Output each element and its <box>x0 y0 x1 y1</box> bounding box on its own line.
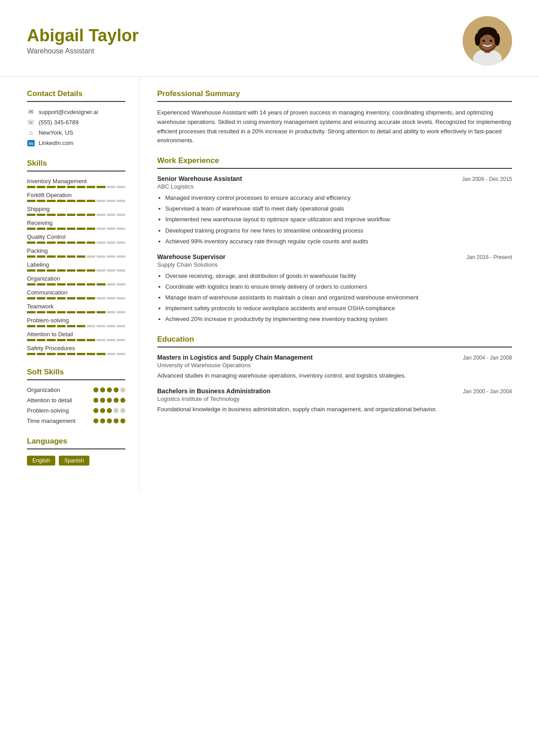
soft-skill-item: Problem-solving <box>27 407 125 414</box>
skill-segment <box>77 228 85 230</box>
skill-segment <box>27 269 35 272</box>
skill-segment <box>107 269 115 272</box>
skill-segment <box>27 228 35 230</box>
summary-title: Professional Summary <box>157 89 512 98</box>
skill-segment <box>27 325 35 327</box>
candidate-title: Warehouse Assistant <box>27 47 138 55</box>
skill-segment <box>77 311 85 313</box>
skill-segment <box>107 242 115 244</box>
skill-segment <box>107 214 115 216</box>
skill-segment <box>77 186 85 188</box>
experience-section: Work Experience Senior Warehouse Assista… <box>157 156 512 324</box>
skill-segment <box>77 339 85 341</box>
contact-section-title: Contact Details <box>27 89 125 98</box>
skill-segment <box>97 353 105 355</box>
skill-segment <box>97 325 105 327</box>
job-bullets: Managed inventory control processes to e… <box>157 193 512 246</box>
skill-bar <box>27 297 125 299</box>
skill-segment <box>57 186 66 188</box>
svg-point-6 <box>495 33 500 46</box>
skill-bar <box>27 186 125 188</box>
soft-skill-dot <box>100 408 105 413</box>
soft-skill-item: Attention to detail <box>27 397 125 404</box>
skill-segment <box>77 353 85 355</box>
skill-item: Communication <box>27 289 125 299</box>
education-divider <box>157 347 512 347</box>
skill-segment <box>37 353 45 355</box>
skill-segment <box>57 242 66 244</box>
skill-segment <box>87 311 95 313</box>
skill-segment <box>117 339 125 341</box>
skill-segment <box>117 353 125 355</box>
skill-bar <box>27 311 125 313</box>
edu-description: Foundational knowledge in business admin… <box>157 405 512 414</box>
skill-item: Problem-solving <box>27 317 125 327</box>
skill-segment <box>57 311 66 313</box>
skill-segment <box>57 200 66 202</box>
soft-skill-name: Problem-solving <box>27 407 93 414</box>
edu-degree: Bachelors in Business Administration <box>157 387 270 395</box>
skill-segment <box>67 186 75 188</box>
skill-segment <box>47 311 55 313</box>
skill-bar <box>27 242 125 244</box>
skill-segment <box>77 283 85 286</box>
skill-segment <box>77 200 85 202</box>
skill-segment <box>107 339 115 341</box>
summary-text: Experienced Warehouse Assistant with 14 … <box>157 108 512 145</box>
skill-segment <box>77 325 85 327</box>
skill-name: Shipping <box>27 206 125 212</box>
skill-segment <box>37 311 45 313</box>
skill-segment <box>97 186 105 188</box>
skill-segment <box>117 255 125 258</box>
skill-segment <box>107 228 115 230</box>
avatar <box>463 16 512 66</box>
experience-divider <box>157 168 512 169</box>
soft-skill-dot <box>107 408 112 413</box>
job-bullet: Achieved 99% inventory accuracy rate thr… <box>165 237 512 246</box>
skill-segment <box>47 269 55 272</box>
skill-segment <box>37 325 45 327</box>
contact-text: NewYork, US <box>39 129 73 136</box>
education-list: Masters in Logistics and Supply Chain Ma… <box>157 354 512 414</box>
soft-skill-dot <box>120 387 125 392</box>
edu-school: University of Warehouse Operations <box>157 362 512 369</box>
skill-name: Quality Control <box>27 233 125 240</box>
skill-segment <box>27 353 35 355</box>
skill-segment <box>117 311 125 313</box>
skill-segment <box>47 200 55 202</box>
skill-item: Inventory Management <box>27 178 125 188</box>
skill-segment <box>87 283 95 286</box>
skill-bar <box>27 214 125 216</box>
skills-list: Inventory ManagementForklift OperationSh… <box>27 178 125 355</box>
skill-segment <box>57 283 66 286</box>
soft-skill-dot <box>93 418 98 423</box>
header-name-block: Abigail Taylor Warehouse Assistant <box>27 26 138 55</box>
soft-skill-dot <box>120 398 125 403</box>
skill-segment <box>87 255 95 258</box>
skill-segment <box>37 339 45 341</box>
skill-name: Organization <box>27 275 125 282</box>
skill-name: Communication <box>27 289 125 296</box>
skill-segment <box>107 283 115 286</box>
jobs-list: Senior Warehouse AssistantJan 2008 - Dec… <box>157 175 512 324</box>
skill-segment <box>47 255 55 258</box>
job-entry: Warehouse SupervisorJan 2016 - PresentSu… <box>157 253 512 324</box>
skill-segment <box>67 325 75 327</box>
contact-text: LinkedIn.com <box>39 140 73 146</box>
soft-skill-dot <box>100 418 105 423</box>
skill-segment <box>87 214 95 216</box>
resume-header: Abigail Taylor Warehouse Assistant <box>0 0 539 77</box>
edu-dates: Jan 2004 - Jan 2008 <box>463 355 512 361</box>
edu-header: Bachelors in Business AdministrationJan … <box>157 387 512 395</box>
job-dates: Jan 2008 - Dec 2015 <box>462 176 512 182</box>
sidebar: Contact Details ✉support@cvdesigner.ai☏(… <box>0 77 139 491</box>
skill-item: Shipping <box>27 206 125 216</box>
skill-item: Packing <box>27 247 125 258</box>
summary-divider <box>157 101 512 102</box>
edu-header: Masters in Logistics and Supply Chain Ma… <box>157 354 512 361</box>
skill-segment <box>47 339 55 341</box>
skill-segment <box>67 283 75 286</box>
skill-segment <box>97 269 105 272</box>
skill-item: Attention to Detail <box>27 331 125 341</box>
skill-segment <box>67 353 75 355</box>
